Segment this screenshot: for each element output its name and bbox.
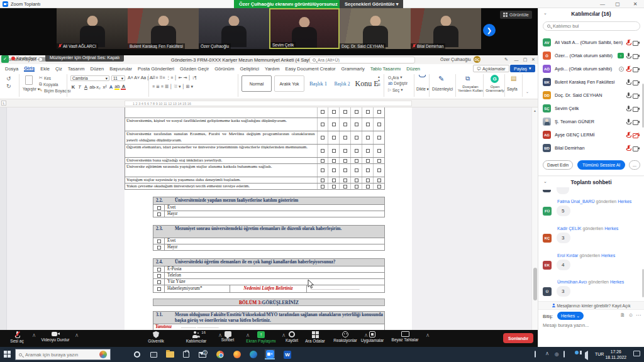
- camera-on-icon[interactable]: [633, 106, 640, 111]
- superscript-button[interactable]: x²: [102, 84, 108, 90]
- mic-icon[interactable]: [626, 119, 630, 124]
- store-icon[interactable]: [181, 349, 191, 359]
- minimize-button[interactable]: —: [596, 0, 609, 8]
- tab-tasarim[interactable]: Tasarım: [68, 66, 85, 72]
- camera-off-icon[interactable]: [633, 133, 640, 138]
- dictate-button[interactable]: Dikte ▾: [416, 87, 429, 92]
- mic-icon[interactable]: [626, 79, 630, 85]
- share-screen-button[interactable]: ↑ Ekran Paylaşımı: [242, 331, 280, 343]
- end-meeting-button[interactable]: Sonlandır: [503, 333, 533, 343]
- tab-easy-document-creator[interactable]: Easy Document Creator: [286, 66, 336, 72]
- checkbox[interactable]: [355, 136, 358, 140]
- editor-button[interactable]: Düzenleyici: [432, 87, 453, 91]
- scrollbar-thumb[interactable]: [533, 268, 537, 300]
- tab-yardim[interactable]: Yardım: [265, 66, 280, 72]
- checkbox[interactable]: [157, 287, 161, 291]
- taskbar-search-input[interactable]: [25, 352, 94, 358]
- checkbox[interactable]: [343, 159, 347, 163]
- view-options-button[interactable]: Seçenekleri Görüntüle ▾: [340, 0, 403, 8]
- checkbox[interactable]: [343, 149, 347, 153]
- checkbox[interactable]: [366, 168, 370, 172]
- chat-more-icon[interactable]: ⋯: [636, 312, 641, 318]
- style-no-spacing[interactable]: Aralık Yok: [274, 75, 304, 92]
- camera-on-icon[interactable]: [633, 53, 640, 58]
- reuse-files-icon[interactable]: ⧉: [465, 75, 470, 82]
- styles-gallery-scroll[interactable]: ▲▼▤: [377, 75, 380, 86]
- mic-options-caret[interactable]: ᐱ: [33, 333, 35, 337]
- checkbox[interactable]: [343, 110, 347, 114]
- mic-muted-icon[interactable]: [626, 145, 630, 151]
- video-tile[interactable]: Doç. Dr. Said CEYHAN: [340, 8, 411, 49]
- action-center-icon[interactable]: [633, 351, 640, 356]
- checkbox[interactable]: [343, 168, 347, 172]
- undo-button[interactable]: ↺: [6, 75, 11, 82]
- camera-on-icon[interactable]: [633, 40, 640, 45]
- word-close-button[interactable]: ✕: [528, 55, 538, 64]
- language-indicator[interactable]: TUR: [595, 352, 604, 356]
- participant-row[interactable]: AG Ayşe GENÇ LERMİ: [538, 128, 644, 141]
- tab-gozden-gecir[interactable]: Gözden Geçir: [180, 66, 209, 72]
- mic-icon[interactable]: [626, 53, 630, 58]
- checkbox[interactable]: [366, 123, 370, 126]
- mic-muted-icon[interactable]: [626, 66, 630, 72]
- tab-gelistirici[interactable]: Geliştirici: [240, 66, 259, 72]
- checkbox[interactable]: [377, 159, 381, 163]
- stop-video-button[interactable]: Videoyu Durdur: [36, 331, 74, 342]
- taskbar-search[interactable]: [15, 349, 111, 360]
- invite-button[interactable]: Davet Edin: [543, 160, 573, 170]
- underline-button[interactable]: A: [83, 84, 89, 90]
- clock[interactable]: 17:26 18.11.2022: [605, 349, 626, 360]
- pen-icon[interactable]: ✎: [501, 55, 511, 64]
- checkbox[interactable]: [377, 110, 381, 114]
- emoji-icon[interactable]: ☺: [628, 312, 633, 318]
- task-view-icon[interactable]: [148, 349, 158, 359]
- font-size-select[interactable]: 11▾: [111, 75, 125, 81]
- comments-button[interactable]: 🗩 Açıklamalar: [473, 65, 509, 72]
- style-heading2[interactable]: Başlık 2: [331, 75, 353, 92]
- camera-on-icon[interactable]: [633, 80, 640, 85]
- participant-row[interactable]: Ş. Teoman GÜNER: [538, 115, 644, 128]
- checkbox[interactable]: [343, 136, 347, 140]
- mic-muted-icon[interactable]: [626, 132, 630, 138]
- bold-button[interactable]: K: [70, 84, 76, 90]
- highlight-button[interactable]: ab: [114, 84, 120, 90]
- italic-button[interactable]: T: [77, 84, 82, 90]
- cut-button[interactable]: ✂Kes: [39, 75, 51, 80]
- checkbox[interactable]: [377, 149, 381, 153]
- checkbox[interactable]: [377, 123, 381, 126]
- lists-row[interactable]: ⠿≡ ⠿≡ ⋮≡ │ ⇤ ⇥ │ ↕¶: [152, 75, 197, 80]
- checkbox[interactable]: [157, 274, 161, 278]
- redo-button[interactable]: ↻: [6, 83, 11, 89]
- whiteboards-button[interactable]: Beyaz Tahtalar: [386, 331, 425, 342]
- tab-posta[interactable]: Posta Gönderileri: [138, 66, 174, 72]
- checkbox[interactable]: [355, 149, 358, 153]
- mic-icon[interactable]: [626, 92, 630, 98]
- tab-gorunum[interactable]: Görünüm: [214, 66, 234, 72]
- tab-giris[interactable]: Giriş: [24, 65, 35, 72]
- tab-duzen[interactable]: Düzen: [90, 66, 104, 72]
- participant-row[interactable]: SÇ Sevim Çelik: [538, 102, 644, 115]
- chat-button[interactable]: Sohbet: [213, 331, 242, 342]
- word-scrollbar[interactable]: ▲: [531, 107, 538, 347]
- mic-muted-icon[interactable]: [626, 40, 630, 45]
- checkbox[interactable]: [366, 136, 370, 140]
- checkbox[interactable]: [332, 168, 336, 172]
- video-tile[interactable]: Bulent Karakaş Fen Fakültesi: [128, 8, 199, 49]
- checkbox[interactable]: [332, 149, 336, 153]
- page-button[interactable]: Sayfa: [507, 87, 518, 91]
- participant-search[interactable]: [543, 21, 640, 31]
- chat-message[interactable]: 3: [557, 233, 570, 243]
- text-effects-button[interactable]: A: [108, 84, 114, 90]
- tray-app-icon[interactable]: ◎: [555, 351, 559, 357]
- checkbox[interactable]: [321, 149, 325, 153]
- tray-display-icon[interactable]: [564, 351, 565, 357]
- unmute-button[interactable]: Sesi aç: [3, 331, 31, 343]
- subscript-button[interactable]: x₂: [96, 84, 101, 90]
- checkbox[interactable]: [355, 159, 358, 163]
- checkbox[interactable]: [343, 178, 347, 182]
- strikethrough-button[interactable]: ab̶: [89, 84, 95, 90]
- checkbox[interactable]: [377, 185, 381, 189]
- format-painter-button[interactable]: ✎Biçim Boyacısı: [39, 88, 71, 93]
- style-normal[interactable]: Normal: [242, 75, 272, 92]
- checkbox[interactable]: [157, 206, 161, 210]
